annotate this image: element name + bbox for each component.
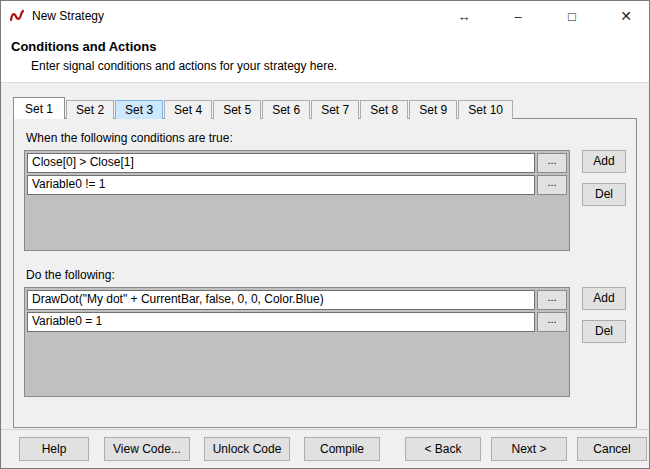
actions-list: DrawDot("My dot" + CurrentBar, false, 0,… [24, 287, 570, 397]
actions-label: Do the following: [26, 268, 626, 282]
window-controls: ↔ – □ ✕ [453, 8, 637, 24]
conditions-section: Close[0] > Close[1] ... Variable0 != 1 .… [24, 150, 626, 251]
actions-section: DrawDot("My dot" + CurrentBar, false, 0,… [24, 287, 626, 397]
tab-set-2[interactable]: Set 2 [66, 100, 114, 119]
action-text[interactable]: DrawDot("My dot" + CurrentBar, false, 0,… [27, 290, 535, 310]
wizard-header: Conditions and Actions Enter signal cond… [1, 31, 649, 83]
minimize-icon[interactable]: – [507, 9, 529, 24]
action-edit-button[interactable]: ... [537, 312, 567, 332]
view-code-button[interactable]: View Code... [104, 437, 190, 461]
action-row: DrawDot("My dot" + CurrentBar, false, 0,… [27, 290, 567, 310]
condition-edit-button[interactable]: ... [537, 153, 567, 173]
condition-row: Close[0] > Close[1] ... [27, 153, 567, 173]
maximize-icon[interactable]: □ [561, 9, 583, 24]
titlebar: New Strategy ↔ – □ ✕ [1, 1, 649, 31]
compile-button[interactable]: Compile [304, 437, 380, 461]
wizard-body: Set 1 Set 2 Set 3 Set 4 Set 5 Set 6 Set … [1, 83, 649, 429]
tab-set-4[interactable]: Set 4 [164, 100, 212, 119]
condition-row: Variable0 != 1 ... [27, 175, 567, 195]
actions-add-button[interactable]: Add [582, 287, 626, 310]
conditions-list: Close[0] > Close[1] ... Variable0 != 1 .… [24, 150, 570, 251]
back-button[interactable]: < Back [405, 437, 481, 461]
app-logo-icon [9, 8, 25, 24]
tab-page-set-1: When the following conditions are true: … [13, 118, 637, 428]
condition-text[interactable]: Variable0 != 1 [27, 175, 535, 195]
cancel-button[interactable]: Cancel [577, 437, 647, 461]
page-title: Conditions and Actions [11, 39, 637, 54]
window-title: New Strategy [32, 9, 104, 23]
page-subtitle: Enter signal conditions and actions for … [31, 59, 637, 73]
actions-buttons: Add Del [582, 287, 626, 343]
conditions-del-button[interactable]: Del [582, 183, 626, 206]
close-icon[interactable]: ✕ [615, 8, 637, 24]
new-strategy-window: New Strategy ↔ – □ ✕ Conditions and Acti… [0, 0, 650, 469]
tab-set-8[interactable]: Set 8 [360, 100, 408, 119]
tab-set-3[interactable]: Set 3 [115, 100, 163, 119]
section-gap [24, 251, 626, 268]
tab-set-10[interactable]: Set 10 [458, 100, 513, 119]
conditions-label: When the following conditions are true: [26, 131, 626, 145]
next-button[interactable]: Next > [491, 437, 567, 461]
tab-set-6[interactable]: Set 6 [262, 100, 310, 119]
action-text[interactable]: Variable0 = 1 [27, 312, 535, 332]
tab-set-1[interactable]: Set 1 [13, 97, 65, 119]
action-edit-button[interactable]: ... [537, 290, 567, 310]
tab-set-7[interactable]: Set 7 [311, 100, 359, 119]
unlock-code-button[interactable]: Unlock Code [204, 437, 290, 461]
conditions-buttons: Add Del [582, 150, 626, 206]
tab-set-9[interactable]: Set 9 [409, 100, 457, 119]
conditions-add-button[interactable]: Add [582, 150, 626, 173]
condition-text[interactable]: Close[0] > Close[1] [27, 153, 535, 173]
condition-edit-button[interactable]: ... [537, 175, 567, 195]
help-button[interactable]: Help [19, 437, 89, 461]
set-tab-strip: Set 1 Set 2 Set 3 Set 4 Set 5 Set 6 Set … [13, 96, 637, 118]
resize-icon[interactable]: ↔ [453, 9, 475, 24]
tab-set-5[interactable]: Set 5 [213, 100, 261, 119]
action-row: Variable0 = 1 ... [27, 312, 567, 332]
actions-del-button[interactable]: Del [582, 320, 626, 343]
footer-button-bar: Help View Code... Unlock Code Compile < … [1, 429, 649, 468]
